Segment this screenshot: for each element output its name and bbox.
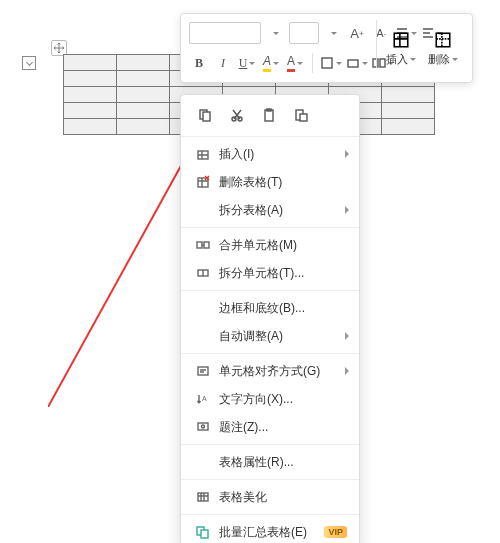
menu-batch-summary[interactable]: 批量汇总表格(E) VIP bbox=[181, 518, 359, 543]
svg-rect-25 bbox=[198, 493, 208, 501]
font-size-input[interactable] bbox=[289, 22, 319, 44]
menu-cell-alignment[interactable]: 单元格对齐方式(G) bbox=[181, 357, 359, 385]
font-family-dropdown[interactable] bbox=[265, 22, 285, 44]
font-size-dropdown[interactable] bbox=[323, 22, 343, 44]
bold-button[interactable]: B bbox=[189, 52, 209, 74]
table-context-menu: 插入(I) 删除表格(T) 拆分表格(A) 合并单元格(M) 拆分单元格(T).… bbox=[180, 94, 360, 543]
svg-rect-5 bbox=[436, 33, 450, 47]
italic-button[interactable]: I bbox=[213, 52, 233, 74]
underline-button[interactable]: U bbox=[237, 52, 257, 74]
svg-point-24 bbox=[202, 425, 205, 428]
svg-rect-19 bbox=[204, 242, 209, 248]
menu-insert[interactable]: 插入(I) bbox=[181, 140, 359, 168]
font-family-input[interactable] bbox=[189, 22, 261, 44]
increase-font-button[interactable]: A+ bbox=[347, 22, 367, 44]
mini-toolbar: A+ A- B I U A A 插入 删除 bbox=[180, 13, 473, 83]
merge-cells-icon bbox=[193, 238, 213, 252]
svg-rect-15 bbox=[300, 114, 307, 121]
caption-icon bbox=[193, 420, 213, 434]
paste-icon[interactable] bbox=[259, 105, 279, 125]
beautify-icon bbox=[193, 490, 213, 504]
svg-rect-18 bbox=[197, 242, 202, 248]
batch-icon bbox=[193, 525, 213, 539]
menu-merge-cells[interactable]: 合并单元格(M) bbox=[181, 231, 359, 259]
delete-icon bbox=[434, 30, 452, 50]
insert-icon bbox=[392, 30, 410, 50]
svg-rect-4 bbox=[394, 33, 408, 47]
delete-button[interactable]: 删除 bbox=[422, 20, 464, 76]
border-button[interactable] bbox=[320, 52, 342, 74]
menu-caption[interactable]: 题注(Z)... bbox=[181, 413, 359, 441]
svg-rect-9 bbox=[203, 112, 210, 121]
svg-rect-21 bbox=[198, 367, 208, 375]
highlight-button[interactable]: A bbox=[261, 52, 281, 74]
cell-align-icon bbox=[193, 364, 213, 378]
menu-delete-table[interactable]: 删除表格(T) bbox=[181, 168, 359, 196]
vip-badge: VIP bbox=[324, 526, 347, 538]
svg-text:A: A bbox=[202, 395, 207, 402]
menu-split-table[interactable]: 拆分表格(A) bbox=[181, 196, 359, 224]
menu-split-cells[interactable]: 拆分单元格(T)... bbox=[181, 259, 359, 287]
svg-rect-0 bbox=[322, 58, 332, 68]
svg-rect-23 bbox=[198, 423, 208, 430]
menu-autofit[interactable]: 自动调整(A) bbox=[181, 322, 359, 350]
menu-table-properties[interactable]: 表格属性(R)... bbox=[181, 448, 359, 476]
insert-row-icon bbox=[193, 147, 213, 161]
split-cells-icon bbox=[193, 266, 213, 280]
page-margin-icon[interactable] bbox=[22, 56, 36, 70]
delete-table-icon bbox=[193, 175, 213, 189]
font-color-button[interactable]: A bbox=[285, 52, 305, 74]
shape-button[interactable] bbox=[346, 52, 368, 74]
svg-rect-27 bbox=[201, 530, 208, 538]
svg-rect-1 bbox=[348, 60, 358, 67]
insert-button[interactable]: 插入 bbox=[380, 20, 422, 76]
menu-table-beautify[interactable]: 表格美化 bbox=[181, 483, 359, 511]
menu-borders-shading[interactable]: 边框和底纹(B)... bbox=[181, 294, 359, 322]
menu-text-direction[interactable]: A 文字方向(X)... bbox=[181, 385, 359, 413]
text-direction-icon: A bbox=[193, 392, 213, 406]
copy-icon[interactable] bbox=[195, 105, 215, 125]
cut-icon[interactable] bbox=[227, 105, 247, 125]
paste-special-icon[interactable] bbox=[291, 105, 311, 125]
